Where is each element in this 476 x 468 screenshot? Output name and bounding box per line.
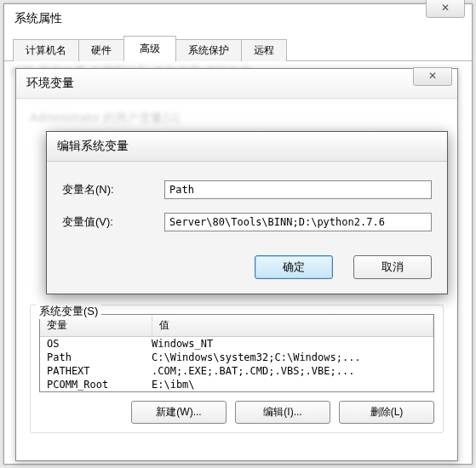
new-button[interactable]: 新建(W)...	[131, 401, 227, 424]
tab-computer-name[interactable]: 计算机名	[13, 39, 79, 61]
cell-name: OS	[40, 338, 145, 350]
variable-value-input[interactable]	[164, 213, 432, 231]
ok-button[interactable]: 确定	[255, 255, 333, 279]
cell-name: Path	[40, 351, 145, 363]
system-vars-group: 系统变量(S) 变量 值 OS Windows_NT Path C:\Windo…	[30, 305, 444, 433]
dialog-body: 变量名(N): 变量值(V):	[47, 162, 447, 255]
delete-button[interactable]: 删除(L)	[339, 401, 434, 424]
tab-remote[interactable]: 远程	[241, 39, 287, 61]
table-row[interactable]: PATHEXT .COM;.EXE;.BAT;.CMD;.VBS;.VBE;..…	[40, 364, 433, 378]
close-icon: ✕	[428, 70, 437, 82]
tab-system-protection[interactable]: 系统保护	[175, 39, 242, 61]
close-icon: ✕	[441, 2, 450, 14]
cancel-button[interactable]: 取消	[353, 255, 432, 279]
cell-value: C:\Windows\system32;C:\Windows;...	[145, 351, 433, 363]
variable-name-label: 变量名(N):	[62, 182, 164, 197]
tab-advanced[interactable]: 高级	[123, 36, 176, 61]
window-title: 系统属性	[4, 4, 472, 35]
cell-value: Windows_NT	[145, 338, 433, 350]
cell-value: .COM;.EXE;.BAT;.CMD;.VBS;.VBE;...	[145, 365, 433, 377]
variable-value-label: 变量值(V):	[62, 214, 164, 230]
cell-value: E:\ibm\	[145, 379, 433, 391]
header-value[interactable]: 值	[152, 315, 433, 336]
close-button[interactable]: ✕	[413, 67, 452, 86]
table-row[interactable]: PCOMM_Root E:\ibm\	[40, 378, 433, 391]
edit-button[interactable]: 编辑(I)...	[235, 401, 330, 424]
tab-bar: 计算机名 硬件 高级 系统保护 远程	[4, 35, 472, 61]
button-row: 新建(W)... 编辑(I)... 删除(L)	[39, 401, 434, 424]
dialog-button-row: 确定 取消	[47, 255, 447, 288]
cell-name: PCOMM_Root	[40, 379, 145, 391]
edit-system-variable-dialog: 编辑系统变量 变量名(N): 变量值(V): 确定 取消	[46, 131, 448, 294]
tab-hardware[interactable]: 硬件	[78, 39, 124, 61]
variable-name-input[interactable]	[164, 180, 432, 199]
system-vars-label: 系统变量(S)	[36, 304, 101, 319]
dialog-title: 编辑系统变量	[47, 132, 447, 162]
cell-name: PATHEXT	[40, 365, 145, 377]
variable-name-row: 变量名(N):	[62, 180, 432, 199]
close-button[interactable]: ✕	[426, 0, 465, 18]
table-row[interactable]: Path C:\Windows\system32;C:\Windows;...	[40, 351, 433, 364]
table-row[interactable]: OS Windows_NT	[40, 337, 433, 351]
system-vars-table[interactable]: 变量 值 OS Windows_NT Path C:\Windows\syste…	[39, 314, 434, 392]
dialog-title: 环境变量	[16, 69, 457, 99]
variable-value-row: 变量值(V):	[62, 213, 432, 231]
